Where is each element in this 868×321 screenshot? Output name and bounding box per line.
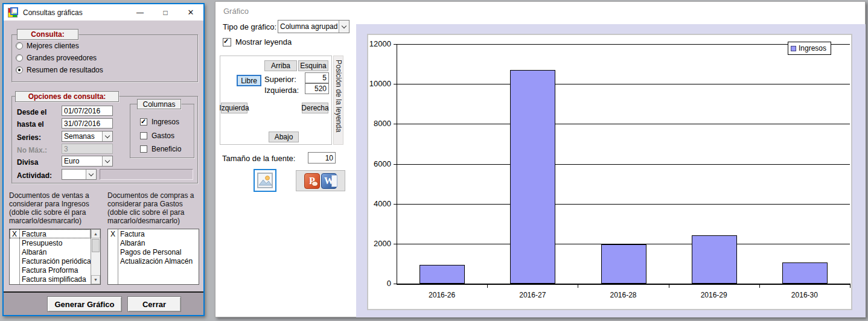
esquina-button[interactable]: Esquina	[298, 60, 328, 71]
radio-icon	[16, 66, 23, 74]
compras-list[interactable]: XFacturaAlbaránPagos de PersonalActualiz…	[107, 229, 199, 285]
word-icon: W	[321, 173, 337, 189]
radio-label: Resumen de resultados	[27, 66, 103, 74]
list-item[interactable]: Presupuesto	[10, 238, 91, 247]
radio-icon	[16, 42, 23, 49]
scroll-up-icon[interactable]: ▲	[91, 229, 100, 238]
maximize-icon[interactable]: □	[153, 4, 178, 21]
chevron-down-icon[interactable]	[339, 21, 349, 33]
picture-icon	[257, 173, 273, 188]
divisa-combo[interactable]: Euro	[62, 156, 113, 167]
checkbox-icon	[140, 145, 147, 153]
mostrar-leyenda-checkbox[interactable]: Mostrar leyenda	[223, 37, 292, 46]
checkbox-gastos[interactable]: Gastos	[140, 132, 174, 140]
item-label: Pagos de Personal	[118, 248, 181, 256]
no-max-input	[62, 144, 113, 154]
checkbox-label: Beneficio	[152, 145, 181, 153]
chart-type-combo[interactable]: Columna agrupad	[278, 20, 349, 33]
consultas-graficas-window: Consultas gráficas — □ ✕ Consulta: Mejor…	[2, 3, 205, 316]
radio-resumen-resultados[interactable]: Resumen de resultados	[16, 66, 103, 74]
checkbox-beneficio[interactable]: Beneficio	[140, 145, 181, 153]
chevron-down-icon[interactable]	[102, 156, 112, 166]
consulta-group-label: Consulta:	[17, 29, 78, 40]
checkbox-label: Gastos	[152, 132, 174, 140]
y-tick-label: 0	[368, 279, 391, 288]
radio-icon	[16, 54, 23, 62]
superior-input[interactable]	[305, 72, 329, 83]
ventas-docs-label: Documentos de ventas a considerar para I…	[9, 191, 106, 225]
opciones-group-label: Opciones de consulta:	[15, 91, 119, 102]
item-label: Factura	[118, 230, 145, 238]
grid-line	[397, 84, 850, 84]
list-item[interactable]: XFactura	[108, 229, 199, 238]
export-office-button[interactable]: P W	[296, 170, 345, 191]
chart-bar	[510, 70, 555, 284]
powerpoint-icon: P	[304, 173, 320, 189]
hasta-label: hasta el	[17, 120, 44, 129]
checkbox-icon	[140, 132, 147, 139]
chart-bar	[782, 262, 828, 284]
desde-label: Desde el	[17, 108, 46, 116]
chart-type-value: Columna agrupad	[278, 22, 339, 31]
generar-grafico-button[interactable]: Generar Gráfico	[47, 296, 122, 312]
checkbox-icon	[140, 118, 147, 126]
hasta-input[interactable]	[62, 118, 113, 129]
desde-input[interactable]	[62, 106, 113, 116]
izquierda-input[interactable]	[305, 83, 329, 94]
grid-line	[397, 164, 850, 165]
actividad-label: Actividad:	[17, 171, 52, 180]
arriba-button[interactable]: Arriba	[264, 60, 297, 71]
radio-mejores-clientes[interactable]: Mejores clientes	[16, 42, 79, 50]
x-tick-label: 2016-27	[505, 291, 560, 299]
radio-label: Mejores clientes	[27, 42, 79, 50]
list-item[interactable]: Facturación periódica	[10, 256, 91, 265]
derecha-button[interactable]: Derecha	[302, 103, 328, 113]
minimize-icon[interactable]: —	[127, 4, 153, 21]
list-item[interactable]: Factura simplificada	[10, 275, 91, 284]
scrollbar-thumb[interactable]	[92, 239, 100, 252]
list-item[interactable]: Albarán	[108, 238, 199, 247]
list-item[interactable]: Pagos de Personal	[108, 247, 199, 256]
chevron-down-icon[interactable]	[86, 170, 96, 179]
compras-docs-label: Documentos de compras a considerar para …	[107, 191, 204, 225]
close-icon[interactable]: ✕	[178, 4, 203, 21]
y-axis-line	[397, 44, 397, 284]
izquierda-pos-label: Izquierda:	[264, 86, 299, 95]
list-item[interactable]: Factura Proforma	[10, 265, 91, 275]
radio-grandes-proveedores[interactable]: Grandes proveedores	[16, 54, 97, 62]
legend-label: Ingresos	[799, 44, 826, 52]
list-item[interactable]: Actualización Almacén	[108, 256, 199, 265]
ventas-list[interactable]: XFacturaPresupuestoAlbaránFacturación pe…	[9, 229, 101, 285]
ventas-list-scrollbar[interactable]: ▲ ▼	[91, 229, 100, 284]
actividad-detail-field	[100, 169, 193, 180]
x-tick-label: 2016-29	[687, 291, 741, 299]
list-item[interactable]: XFactura	[10, 229, 91, 238]
left-window-title: Consultas gráficas	[23, 8, 83, 17]
chevron-down-icon[interactable]	[102, 132, 112, 141]
chart-canvas: 0200040006000800010000120002016-262016-2…	[367, 34, 852, 310]
abajo-button[interactable]: Abajo	[269, 132, 299, 142]
list-item[interactable]: Albarán	[10, 247, 91, 256]
series-combo[interactable]: Semanas	[62, 131, 113, 142]
series-value: Semanas	[62, 132, 102, 141]
checkbox-ingresos[interactable]: Ingresos	[140, 118, 179, 126]
y-tick-label: 4000	[368, 199, 391, 208]
radio-label: Grandes proveedores	[27, 54, 97, 62]
grid-line	[397, 44, 850, 45]
export-image-button[interactable]	[254, 169, 276, 192]
grid-line	[397, 204, 850, 205]
divisa-label: Divisa	[17, 158, 38, 167]
item-mark: X	[10, 230, 19, 238]
item-label: Factura simplificada	[19, 275, 86, 284]
cerrar-button[interactable]: Cerrar	[127, 296, 181, 312]
libre-button[interactable]: Libre	[237, 75, 261, 86]
font-size-input[interactable]	[308, 152, 336, 164]
scroll-down-icon[interactable]: ▼	[91, 275, 100, 284]
chart-legend[interactable]: Ingresos	[788, 42, 831, 55]
app-icon	[8, 8, 18, 17]
actividad-combo[interactable]	[62, 169, 97, 180]
chart-bar	[601, 244, 646, 284]
y-tick-label: 10000	[368, 79, 391, 88]
izquierda-button[interactable]: Izquierda	[221, 103, 247, 113]
item-label: Actualización Almacén	[118, 257, 193, 265]
